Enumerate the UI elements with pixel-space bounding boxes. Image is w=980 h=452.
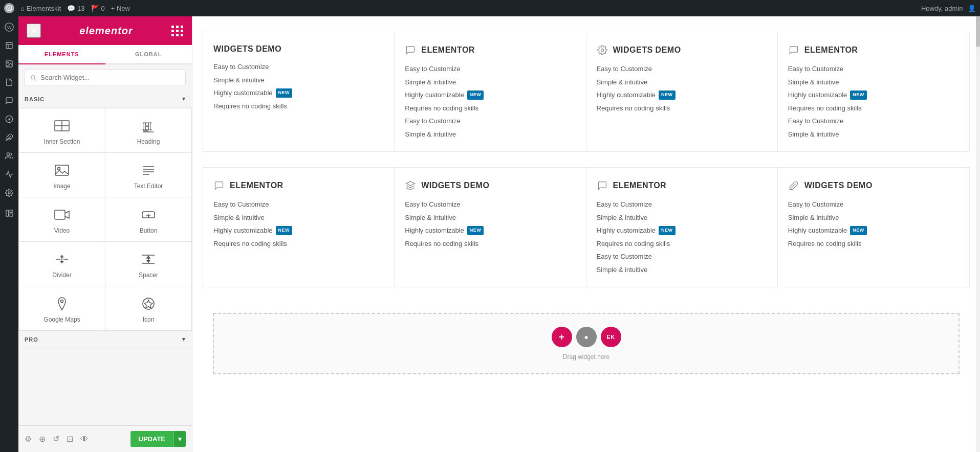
- site-name-bar[interactable]: ⌂ Elementskit: [20, 5, 61, 12]
- elementor-col-2-title-text: ELEMENTOR: [804, 46, 858, 55]
- icon-label: Icon: [143, 316, 155, 323]
- feedback-count: 0: [101, 5, 105, 12]
- list-item: Simple & intuitive: [213, 213, 384, 223]
- list-item: Highly customizable NEW: [788, 225, 959, 236]
- elementor-col-1-list: Easy to Customize Simple & intuitive Hig…: [405, 64, 575, 139]
- fab-buttons: + ● EK: [552, 327, 621, 347]
- tab-elements[interactable]: ELEMENTS: [18, 45, 105, 64]
- sidebar-item-appearance[interactable]: [0, 110, 18, 128]
- layers-icon[interactable]: ⊕: [39, 434, 46, 444]
- admin-bar-left: W ⌂ Elementskit 💬 13 🚩 0 + New: [4, 3, 130, 13]
- widget-item-inner-section[interactable]: Inner Section: [19, 108, 105, 152]
- comments-bar[interactable]: 💬 13: [67, 5, 84, 12]
- sidebar-item-users[interactable]: [0, 147, 18, 165]
- list-item: Highly customizable NEW: [405, 225, 575, 236]
- settings-bottom-icon[interactable]: ⚙: [25, 434, 32, 444]
- new-badge: NEW: [467, 226, 484, 235]
- site-icon: ⌂: [20, 5, 25, 12]
- drag-handle-button[interactable]: ●: [576, 327, 597, 347]
- widget-item-video[interactable]: Video: [19, 197, 105, 241]
- sidebar-item-wp-logo[interactable]: W: [0, 18, 18, 36]
- demo-col-3: WIDGETS DEMO Easy to Customize Simple & …: [395, 168, 586, 287]
- feedback-bar[interactable]: 🚩 0: [91, 5, 105, 12]
- widget-item-image[interactable]: Image: [19, 153, 105, 197]
- list-item: Highly customizable NEW: [597, 225, 767, 236]
- sidebar-item-comments[interactable]: [0, 92, 18, 109]
- svg-point-8: [8, 62, 9, 63]
- elementor-menu-button[interactable]: [171, 26, 184, 36]
- elementor-close-button[interactable]: ✕: [27, 24, 41, 38]
- list-item: Easy to Customize: [788, 64, 959, 74]
- update-button[interactable]: UPDATE: [130, 431, 173, 447]
- basic-category-header[interactable]: BASIC ▾: [18, 91, 192, 108]
- new-badge: NEW: [467, 91, 484, 100]
- list-item: Easy to Customize: [405, 116, 575, 126]
- demo-col-1-list: Easy to Customize Simple & intuitive Hig…: [213, 62, 384, 111]
- video-icon: [54, 207, 70, 223]
- empty-section-wrapper: + ● EK Drag widget here: [192, 303, 980, 390]
- list-item: Requires no coding skills: [213, 239, 384, 249]
- inner-section-icon: [54, 118, 70, 134]
- list-item: Simple & intuitive: [213, 75, 384, 85]
- sidebar-item-tools[interactable]: [0, 166, 18, 183]
- widget-item-divider[interactable]: Divider: [19, 242, 105, 286]
- list-item: Highly customizable NEW: [788, 90, 959, 100]
- sidebar-item-posts[interactable]: [0, 37, 18, 54]
- widget-item-button[interactable]: Button: [105, 197, 191, 241]
- divider-label: Divider: [52, 272, 71, 279]
- widgets-scroll-area: BASIC ▾ Inner Section: [18, 91, 192, 425]
- sidebar-item-plugins[interactable]: [0, 129, 18, 146]
- history-icon[interactable]: ↺: [53, 434, 59, 444]
- button-label: Button: [140, 227, 158, 234]
- list-item: Easy to Customize: [788, 116, 959, 126]
- new-badge: NEW: [850, 226, 867, 235]
- list-item: Requires no coding skills: [405, 239, 575, 249]
- google-maps-icon: [54, 296, 70, 312]
- scrollbar-track[interactable]: [976, 16, 980, 452]
- demo-col-2-title: WIDGETS DEMO: [597, 44, 767, 56]
- update-arrow-button[interactable]: ▾: [173, 431, 186, 447]
- page-canvas: WIDGETS DEMO Easy to Customize Simple & …: [192, 16, 980, 452]
- scrollbar-thumb[interactable]: [976, 16, 980, 47]
- sidebar-item-pages[interactable]: [0, 74, 18, 91]
- elementor-logo: elementor: [79, 25, 133, 37]
- sidebar-item-settings[interactable]: [0, 184, 18, 201]
- list-item: Requires no coding skills: [597, 103, 767, 114]
- elementor-col-2-list: Easy to Customize Simple & intuitive Hig…: [788, 64, 959, 139]
- widget-item-google-maps[interactable]: Google Maps: [19, 286, 105, 330]
- elementor-col-4: ELEMENTOR Easy to Customize Simple & int…: [586, 168, 778, 287]
- search-input[interactable]: [25, 70, 186, 85]
- add-section-button[interactable]: +: [552, 327, 572, 347]
- close-icon: ✕: [30, 25, 38, 37]
- svg-rect-31: [55, 210, 65, 219]
- admin-bar-right: Howdy, admin 👤: [921, 5, 976, 12]
- wp-sidebar: W: [0, 16, 18, 452]
- sidebar-item-media[interactable]: [0, 55, 18, 73]
- widget-item-text-editor[interactable]: Text Editor: [105, 153, 191, 197]
- elementor-col-1: ELEMENTOR Easy to Customize Simple & int…: [395, 32, 586, 151]
- widget-item-icon[interactable]: Icon: [105, 286, 191, 330]
- heading-label: Heading: [137, 138, 160, 145]
- svg-point-15: [8, 192, 10, 194]
- svg-rect-4: [6, 42, 12, 49]
- new-content-bar[interactable]: + New: [111, 5, 130, 12]
- pro-category-header[interactable]: PRO ▾: [18, 331, 192, 348]
- widget-item-heading[interactable]: H Heading: [105, 108, 191, 152]
- ek-button[interactable]: EK: [601, 327, 621, 347]
- demo-col-4-title-text: WIDGETS DEMO: [804, 181, 873, 190]
- chat-icon-2: [788, 44, 799, 56]
- wp-logo-bar[interactable]: W: [4, 3, 14, 13]
- widget-item-spacer[interactable]: Spacer: [105, 242, 191, 286]
- list-item: Requires no coding skills: [405, 103, 575, 114]
- preview-icon[interactable]: 👁: [80, 435, 89, 444]
- pro-label: PRO: [25, 336, 38, 343]
- tab-global[interactable]: GLOBAL: [105, 45, 192, 64]
- admin-avatar[interactable]: 👤: [968, 5, 976, 12]
- sidebar-item-elementor[interactable]: [0, 205, 18, 222]
- svg-point-14: [7, 153, 9, 155]
- list-item: Simple & intuitive: [788, 77, 959, 87]
- widgets-section-2: ELEMENTOR Easy to Customize Simple & int…: [192, 167, 980, 303]
- empty-drop-section[interactable]: + ● EK Drag widget here: [213, 313, 960, 374]
- elementor-footer: ⚙ ⊕ ↺ ⊡ 👁 UPDATE ▾: [18, 425, 192, 452]
- responsive-icon[interactable]: ⊡: [67, 434, 73, 444]
